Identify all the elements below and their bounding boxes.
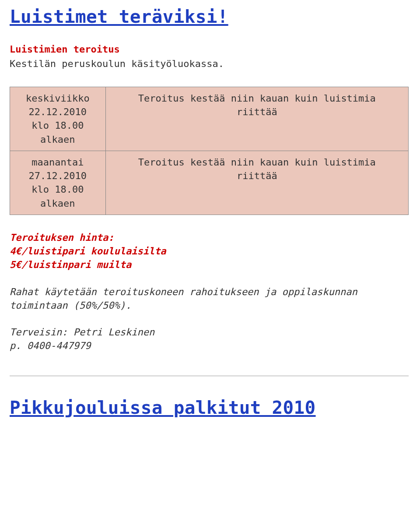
schedule-day: keskiviikko <box>10 92 105 105</box>
schedule-day: maanantai <box>10 155 105 169</box>
schedule-note-cell: Teroitus kestää niin kauan kuin luistimi… <box>105 151 408 215</box>
table-row: keskiviikko 22.12.2010 klo 18.00 alkaen … <box>10 87 409 151</box>
schedule-note-line: riittää <box>237 106 277 117</box>
schedule-note-line: Teroitus kestää niin kauan kuin luistimi… <box>138 93 376 104</box>
schedule-table: keskiviikko 22.12.2010 klo 18.00 alkaen … <box>10 87 409 215</box>
section-divider <box>10 376 409 376</box>
schedule-datetime-cell: keskiviikko 22.12.2010 klo 18.00 alkaen <box>10 87 106 151</box>
signature-greeting: Terveisin: Petri Leskinen <box>10 325 410 339</box>
schedule-state: alkaen <box>10 133 105 146</box>
schedule-date: 27.12.2010 <box>10 169 105 183</box>
schedule-datetime-cell: maanantai 27.12.2010 klo 18.00 alkaen <box>10 151 106 215</box>
schedule-time: klo 18.00 <box>10 183 105 196</box>
signature-phone: p. 0400-447979 <box>10 339 410 352</box>
footer-title: Pikkujouluissa palkitut 2010 <box>10 397 410 418</box>
schedule-note-line: Teroitus kestää niin kauan kuin luistimi… <box>138 157 376 168</box>
page: Luistimet teräviksi! Luistimien teroitus… <box>0 0 420 431</box>
schedule-time: klo 18.00 <box>10 119 105 132</box>
section-subtitle: Luistimien teroitus <box>10 44 410 55</box>
price-block: Teroituksen hinta: 4€/luistipari koulula… <box>10 231 410 272</box>
table-row: maanantai 27.12.2010 klo 18.00 alkaen Te… <box>10 151 409 215</box>
schedule-note-line: riittää <box>237 170 277 181</box>
usage-text: Rahat käytetään teroituskoneen rahoituks… <box>10 285 410 312</box>
page-title: Luistimet teräviksi! <box>10 6 410 27</box>
price-line: 5€/luistinpari muilta <box>10 258 410 271</box>
schedule-note-cell: Teroitus kestää niin kauan kuin luistimi… <box>105 87 408 151</box>
signature-block: Terveisin: Petri Leskinen p. 0400-447979 <box>10 325 410 352</box>
price-line: 4€/luistipari koululaisilta <box>10 244 410 258</box>
schedule-state: alkaen <box>10 197 105 210</box>
price-title: Teroituksen hinta: <box>10 231 410 244</box>
section-description: Kestilän peruskoulun käsityöluokassa. <box>10 58 410 69</box>
schedule-date: 22.12.2010 <box>10 105 105 119</box>
